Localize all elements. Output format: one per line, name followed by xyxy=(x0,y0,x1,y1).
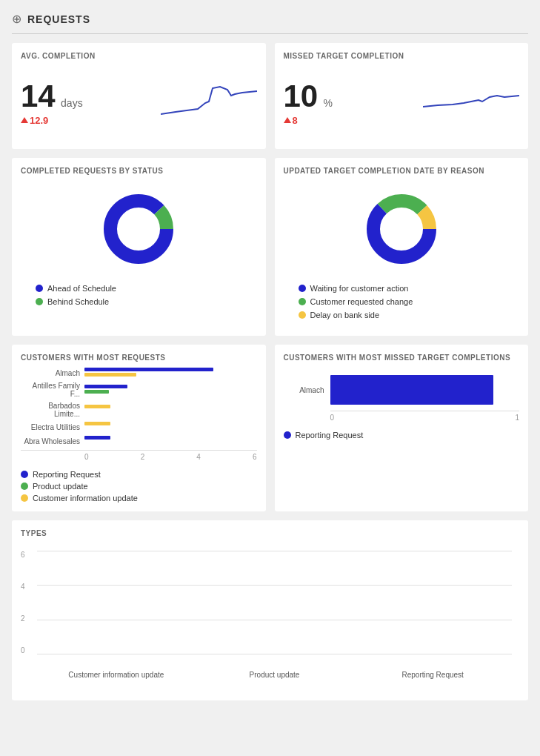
avg-completion-number: 14 xyxy=(21,79,56,113)
most-missed-card: CUSTOMERS WITH MOST MISSED TARGET COMPLE… xyxy=(275,345,529,511)
completed-donut-chart xyxy=(98,188,179,272)
most-missed-label: CUSTOMERS WITH MOST MISSED TARGET COMPLE… xyxy=(284,354,520,362)
legend-dot-customer-change xyxy=(299,298,306,305)
x-axis-labels: 0246 xyxy=(21,453,257,461)
legend-dot-ahead xyxy=(36,285,43,292)
metrics-row: AVG. COMPLETION 14 days 12.9 xyxy=(12,43,528,149)
types-x-labels: Customer information update Product upda… xyxy=(37,658,512,692)
types-chart-container: 0 2 4 6 xyxy=(21,543,519,692)
legend-item-waiting: Waiting for customer action xyxy=(299,284,413,293)
types-bars-area xyxy=(37,551,512,654)
completed-by-status-label: COMPLETED REQUESTS BY STATUS xyxy=(21,167,257,175)
avg-completion-chart xyxy=(161,81,257,125)
svg-point-6 xyxy=(382,210,421,248)
bar-antilles-product xyxy=(84,390,109,394)
globe-icon: ⊕ xyxy=(12,12,21,26)
avg-completion-unit: days xyxy=(61,97,83,109)
avg-completion-card: AVG. COMPLETION 14 days 12.9 xyxy=(12,43,266,149)
most-requests-chart: Almach Antilles Family F... Ba xyxy=(21,368,257,503)
x-axis-line xyxy=(21,450,257,451)
most-requests-legend: Reporting Request Product update Custome… xyxy=(21,470,257,503)
missed-bar-almach: Almach xyxy=(284,375,520,405)
types-label: TYPES xyxy=(21,529,519,537)
legend-label-waiting: Waiting for customer action xyxy=(310,284,409,293)
legend-label-missed-reporting: Reporting Request xyxy=(296,431,364,440)
legend-label-behind: Behind Schedule xyxy=(47,297,109,306)
updated-target-card: UPDATED TARGET COMPLETION DATE BY REASON… xyxy=(275,158,529,336)
most-missed-legend: Reporting Request xyxy=(284,431,520,440)
missed-target-label: MISSED TARGET COMPLETION xyxy=(284,52,520,60)
avg-completion-label: AVG. COMPLETION xyxy=(21,52,257,60)
legend-dot-customer-info xyxy=(21,494,28,502)
missed-target-value-row: 10 % xyxy=(284,81,333,112)
missed-target-number: 10 xyxy=(284,79,319,113)
bar-row-electra: Electra Utilities xyxy=(21,422,257,432)
donut-row: COMPLETED REQUESTS BY STATUS Ahead of Sc… xyxy=(12,158,528,336)
updated-target-section: Waiting for customer action Customer req… xyxy=(284,181,520,327)
bar-row-antilles: Antilles Family F... xyxy=(21,382,257,398)
missed-bar-label: Almach xyxy=(284,386,324,394)
legend-item-behind: Behind Schedule xyxy=(36,297,116,306)
avg-completion-value-row: 14 days xyxy=(21,81,83,112)
legend-item-delay: Delay on bank side xyxy=(299,311,413,319)
legend-customer-info: Customer information update xyxy=(21,494,257,503)
legend-label-customer-info: Customer information update xyxy=(33,494,138,503)
updated-legend: Waiting for customer action Customer req… xyxy=(284,284,413,319)
avg-completion-left: 14 days 12.9 xyxy=(21,81,83,126)
updated-target-label: UPDATED TARGET COMPLETION DATE BY REASON xyxy=(284,167,520,175)
missed-target-delta: 8 xyxy=(284,115,333,126)
types-y-axis: 0 2 4 6 xyxy=(21,551,25,654)
bar-row-almach: Almach xyxy=(21,368,257,378)
completed-by-status-section: Ahead of Schedule Behind Schedule xyxy=(21,181,257,314)
legend-dot-reporting xyxy=(21,471,28,478)
types-bars-flex xyxy=(37,551,512,654)
bar-almach-info xyxy=(84,373,136,377)
missed-target-chart xyxy=(423,81,519,125)
legend-label-product: Product update xyxy=(33,482,88,491)
most-requests-label: CUSTOMERS WITH MOST REQUESTS xyxy=(21,354,257,362)
missed-axis-labels: 01 xyxy=(284,414,520,422)
completed-legend: Ahead of Schedule Behind Schedule xyxy=(21,284,116,306)
avg-completion-metric: 14 days 12.9 xyxy=(21,66,257,140)
bar-abra-reporting xyxy=(84,436,110,440)
types-x-label-customer-info: Customer information update xyxy=(37,671,196,679)
legend-missed-reporting: Reporting Request xyxy=(284,431,520,440)
most-missed-chart: Almach 01 Reporting Request xyxy=(284,368,520,447)
missed-target-card: MISSED TARGET COMPLETION 10 % 8 xyxy=(275,43,529,149)
page-title: REQUESTS xyxy=(27,13,90,25)
bar-electra-info xyxy=(84,422,110,425)
types-x-label-product: Product update xyxy=(196,671,354,679)
legend-label-delay: Delay on bank side xyxy=(310,311,380,319)
completed-by-status-card: COMPLETED REQUESTS BY STATUS Ahead of Sc… xyxy=(12,158,266,336)
missed-x-axis xyxy=(330,411,520,411)
avg-completion-delta: 12.9 xyxy=(21,115,83,126)
bar-almach-reporting xyxy=(84,368,213,371)
bar-barbados-info xyxy=(84,405,110,408)
missed-target-unit: % xyxy=(324,97,333,109)
bar-row-barbados: Barbados Limite... xyxy=(21,402,257,418)
missed-bar-fill xyxy=(330,375,493,405)
missed-target-left: 10 % 8 xyxy=(284,81,333,126)
legend-item-customer-change: Customer requested change xyxy=(299,297,413,306)
types-x-label-reporting: Reporting Request xyxy=(353,671,512,679)
most-requests-card: CUSTOMERS WITH MOST REQUESTS Almach Anti… xyxy=(12,345,266,511)
legend-dot-missed-reporting xyxy=(284,431,291,439)
legend-dot-behind xyxy=(36,298,43,305)
missed-delta-up-icon xyxy=(284,117,291,123)
legend-reporting: Reporting Request xyxy=(21,470,257,479)
legend-label-ahead: Ahead of Schedule xyxy=(47,284,116,293)
legend-dot-delay xyxy=(299,311,306,319)
legend-label-reporting: Reporting Request xyxy=(33,470,101,479)
legend-item-ahead: Ahead of Schedule xyxy=(36,284,116,293)
types-card: TYPES 0 2 4 6 xyxy=(12,520,528,700)
page-header: ⊕ REQUESTS xyxy=(12,12,528,34)
missed-target-metric: 10 % 8 xyxy=(284,66,520,140)
legend-dot-waiting xyxy=(299,285,306,292)
legend-dot-product xyxy=(21,483,28,490)
svg-point-2 xyxy=(119,210,158,248)
legend-label-customer-change: Customer requested change xyxy=(310,297,413,306)
updated-donut-chart xyxy=(361,188,442,272)
bar-charts-row: CUSTOMERS WITH MOST REQUESTS Almach Anti… xyxy=(12,345,528,511)
bar-row-abra: Abra Wholesales xyxy=(21,436,257,446)
legend-product: Product update xyxy=(21,482,257,491)
